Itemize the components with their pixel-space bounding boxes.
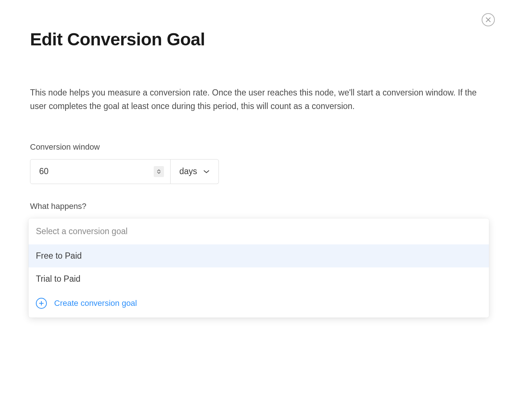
dropdown-placeholder: Select a conversion goal	[29, 218, 489, 244]
unit-select-value: days	[179, 166, 197, 176]
create-conversion-goal-label: Create conversion goal	[54, 299, 137, 308]
unit-select[interactable]: days	[171, 159, 219, 184]
goal-section-label: What happens?	[30, 202, 478, 211]
dropdown-option-trial-to-paid[interactable]: Trial to Paid	[29, 267, 489, 290]
number-stepper[interactable]	[154, 166, 164, 177]
close-button[interactable]	[482, 13, 495, 26]
close-icon	[486, 17, 491, 22]
conversion-window-label: Conversion window	[30, 142, 478, 152]
modal-container: Edit Conversion Goal This node helps you…	[0, 0, 508, 211]
conversion-window-row: days	[30, 159, 478, 184]
plus-circle-icon	[36, 298, 47, 309]
chevron-down-icon	[203, 170, 210, 173]
conversion-window-input[interactable]	[30, 159, 171, 184]
modal-title: Edit Conversion Goal	[30, 29, 478, 49]
modal-description: This node helps you measure a conversion…	[30, 86, 478, 113]
create-conversion-goal-button[interactable]: Create conversion goal	[29, 290, 489, 318]
number-input-wrapper	[30, 159, 171, 184]
dropdown-option-free-to-paid[interactable]: Free to Paid	[29, 244, 489, 267]
chevron-down-icon	[157, 172, 161, 174]
dropdown-panel: Select a conversion goal Free to Paid Tr…	[29, 218, 489, 318]
